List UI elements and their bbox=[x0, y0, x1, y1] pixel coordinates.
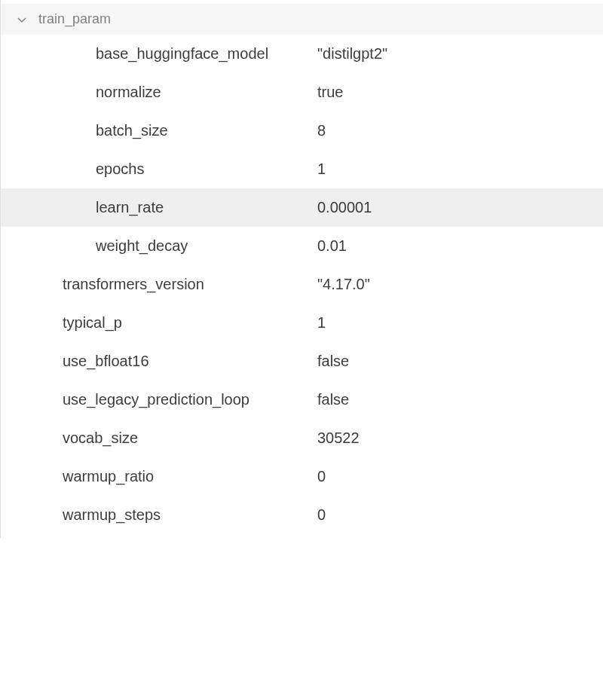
param-value: 1 bbox=[317, 160, 603, 178]
chevron-down-icon bbox=[16, 14, 28, 26]
param-key: warmup_ratio bbox=[1, 468, 317, 485]
param-key: typical_p bbox=[1, 314, 317, 332]
param-key: epochs bbox=[1, 160, 317, 178]
param-value: "distilgpt2" bbox=[317, 45, 603, 63]
param-value: 1 bbox=[317, 314, 603, 332]
param-row[interactable]: use_bfloat16false bbox=[1, 342, 603, 381]
param-key: learn_rate bbox=[1, 199, 317, 216]
param-row[interactable]: vocab_size30522 bbox=[1, 419, 603, 457]
param-row[interactable]: base_huggingface_model"distilgpt2" bbox=[1, 35, 603, 73]
param-key: normalize bbox=[1, 84, 317, 101]
param-row[interactable]: weight_decay0.01 bbox=[1, 227, 603, 265]
param-key: base_huggingface_model bbox=[1, 45, 317, 63]
param-value: false bbox=[317, 353, 603, 370]
param-row[interactable]: warmup_ratio0 bbox=[1, 457, 603, 496]
group-title: train_param bbox=[38, 11, 111, 27]
param-key: use_bfloat16 bbox=[1, 353, 317, 370]
group-header-train-param[interactable]: train_param bbox=[1, 4, 603, 35]
param-value: true bbox=[317, 84, 603, 101]
param-value: 30522 bbox=[317, 429, 603, 447]
param-value: 0 bbox=[317, 468, 603, 485]
param-row[interactable]: typical_p1 bbox=[1, 304, 603, 342]
param-value: "4.17.0" bbox=[317, 276, 603, 293]
params-panel: train_param base_huggingface_model"disti… bbox=[0, 0, 603, 538]
param-row[interactable]: learn_rate0.00001 bbox=[1, 188, 603, 227]
param-key: weight_decay bbox=[1, 237, 317, 255]
rows-container: base_huggingface_model"distilgpt2"normal… bbox=[1, 35, 603, 534]
param-key: transformers_version bbox=[1, 276, 317, 293]
param-key: batch_size bbox=[1, 122, 317, 139]
param-row[interactable]: use_legacy_prediction_loopfalse bbox=[1, 381, 603, 419]
param-value: 0 bbox=[317, 506, 603, 524]
param-value: 0.00001 bbox=[317, 199, 603, 216]
param-key: warmup_steps bbox=[1, 506, 317, 524]
param-value: 8 bbox=[317, 122, 603, 139]
param-value: 0.01 bbox=[317, 237, 603, 255]
param-row[interactable]: batch_size8 bbox=[1, 112, 603, 150]
param-key: use_legacy_prediction_loop bbox=[1, 391, 317, 408]
param-row[interactable]: normalizetrue bbox=[1, 73, 603, 112]
param-row[interactable]: epochs1 bbox=[1, 150, 603, 188]
param-key: vocab_size bbox=[1, 429, 317, 447]
param-row[interactable]: warmup_steps0 bbox=[1, 496, 603, 534]
param-row[interactable]: transformers_version"4.17.0" bbox=[1, 265, 603, 304]
param-value: false bbox=[317, 391, 603, 408]
